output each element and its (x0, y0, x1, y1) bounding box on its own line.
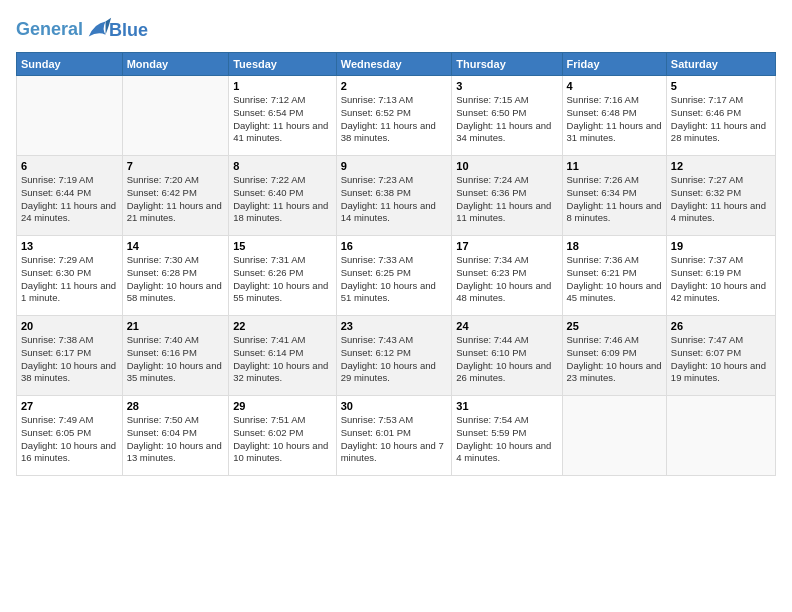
day-number: 24 (456, 320, 557, 332)
calendar-cell: 22Sunrise: 7:41 AMSunset: 6:14 PMDayligh… (229, 316, 337, 396)
day-number: 18 (567, 240, 662, 252)
weekday-header-thursday: Thursday (452, 53, 562, 76)
day-info: Sunrise: 7:16 AMSunset: 6:48 PMDaylight:… (567, 94, 662, 145)
calendar-cell: 25Sunrise: 7:46 AMSunset: 6:09 PMDayligh… (562, 316, 666, 396)
calendar-cell: 21Sunrise: 7:40 AMSunset: 6:16 PMDayligh… (122, 316, 229, 396)
day-number: 29 (233, 400, 332, 412)
calendar-cell: 19Sunrise: 7:37 AMSunset: 6:19 PMDayligh… (666, 236, 775, 316)
calendar-cell (17, 76, 123, 156)
day-info: Sunrise: 7:22 AMSunset: 6:40 PMDaylight:… (233, 174, 332, 225)
day-number: 12 (671, 160, 771, 172)
calendar-cell: 6Sunrise: 7:19 AMSunset: 6:44 PMDaylight… (17, 156, 123, 236)
day-number: 6 (21, 160, 118, 172)
weekday-header-row: SundayMondayTuesdayWednesdayThursdayFrid… (17, 53, 776, 76)
weekday-header-monday: Monday (122, 53, 229, 76)
calendar-cell: 29Sunrise: 7:51 AMSunset: 6:02 PMDayligh… (229, 396, 337, 476)
weekday-header-tuesday: Tuesday (229, 53, 337, 76)
day-number: 5 (671, 80, 771, 92)
calendar-cell: 10Sunrise: 7:24 AMSunset: 6:36 PMDayligh… (452, 156, 562, 236)
day-number: 7 (127, 160, 225, 172)
day-info: Sunrise: 7:46 AMSunset: 6:09 PMDaylight:… (567, 334, 662, 385)
day-number: 19 (671, 240, 771, 252)
logo-text: General (16, 16, 113, 44)
calendar-cell: 20Sunrise: 7:38 AMSunset: 6:17 PMDayligh… (17, 316, 123, 396)
day-info: Sunrise: 7:13 AMSunset: 6:52 PMDaylight:… (341, 94, 448, 145)
day-info: Sunrise: 7:40 AMSunset: 6:16 PMDaylight:… (127, 334, 225, 385)
day-info: Sunrise: 7:30 AMSunset: 6:28 PMDaylight:… (127, 254, 225, 305)
day-info: Sunrise: 7:50 AMSunset: 6:04 PMDaylight:… (127, 414, 225, 465)
day-info: Sunrise: 7:33 AMSunset: 6:25 PMDaylight:… (341, 254, 448, 305)
weekday-header-saturday: Saturday (666, 53, 775, 76)
weekday-header-sunday: Sunday (17, 53, 123, 76)
calendar-cell: 7Sunrise: 7:20 AMSunset: 6:42 PMDaylight… (122, 156, 229, 236)
day-number: 28 (127, 400, 225, 412)
calendar-cell: 31Sunrise: 7:54 AMSunset: 5:59 PMDayligh… (452, 396, 562, 476)
day-info: Sunrise: 7:15 AMSunset: 6:50 PMDaylight:… (456, 94, 557, 145)
day-info: Sunrise: 7:26 AMSunset: 6:34 PMDaylight:… (567, 174, 662, 225)
calendar-cell: 30Sunrise: 7:53 AMSunset: 6:01 PMDayligh… (336, 396, 452, 476)
calendar-cell: 4Sunrise: 7:16 AMSunset: 6:48 PMDaylight… (562, 76, 666, 156)
logo-blue: Blue (109, 20, 148, 41)
day-number: 31 (456, 400, 557, 412)
day-info: Sunrise: 7:51 AMSunset: 6:02 PMDaylight:… (233, 414, 332, 465)
day-info: Sunrise: 7:12 AMSunset: 6:54 PMDaylight:… (233, 94, 332, 145)
calendar-cell: 12Sunrise: 7:27 AMSunset: 6:32 PMDayligh… (666, 156, 775, 236)
calendar-cell: 24Sunrise: 7:44 AMSunset: 6:10 PMDayligh… (452, 316, 562, 396)
day-info: Sunrise: 7:49 AMSunset: 6:05 PMDaylight:… (21, 414, 118, 465)
day-number: 4 (567, 80, 662, 92)
weekday-header-wednesday: Wednesday (336, 53, 452, 76)
calendar-cell: 27Sunrise: 7:49 AMSunset: 6:05 PMDayligh… (17, 396, 123, 476)
week-row-4: 20Sunrise: 7:38 AMSunset: 6:17 PMDayligh… (17, 316, 776, 396)
calendar-cell: 13Sunrise: 7:29 AMSunset: 6:30 PMDayligh… (17, 236, 123, 316)
day-info: Sunrise: 7:38 AMSunset: 6:17 PMDaylight:… (21, 334, 118, 385)
calendar-cell (562, 396, 666, 476)
day-number: 23 (341, 320, 448, 332)
day-info: Sunrise: 7:29 AMSunset: 6:30 PMDaylight:… (21, 254, 118, 305)
calendar-cell: 11Sunrise: 7:26 AMSunset: 6:34 PMDayligh… (562, 156, 666, 236)
calendar-cell: 28Sunrise: 7:50 AMSunset: 6:04 PMDayligh… (122, 396, 229, 476)
calendar-cell: 23Sunrise: 7:43 AMSunset: 6:12 PMDayligh… (336, 316, 452, 396)
day-number: 11 (567, 160, 662, 172)
day-info: Sunrise: 7:34 AMSunset: 6:23 PMDaylight:… (456, 254, 557, 305)
calendar-cell: 8Sunrise: 7:22 AMSunset: 6:40 PMDaylight… (229, 156, 337, 236)
day-number: 27 (21, 400, 118, 412)
week-row-2: 6Sunrise: 7:19 AMSunset: 6:44 PMDaylight… (17, 156, 776, 236)
calendar-cell: 9Sunrise: 7:23 AMSunset: 6:38 PMDaylight… (336, 156, 452, 236)
day-number: 21 (127, 320, 225, 332)
calendar-cell: 26Sunrise: 7:47 AMSunset: 6:07 PMDayligh… (666, 316, 775, 396)
day-number: 16 (341, 240, 448, 252)
day-number: 8 (233, 160, 332, 172)
calendar-cell: 17Sunrise: 7:34 AMSunset: 6:23 PMDayligh… (452, 236, 562, 316)
week-row-3: 13Sunrise: 7:29 AMSunset: 6:30 PMDayligh… (17, 236, 776, 316)
page-container: General Blue SundayMondayTuesdayWednesda… (0, 0, 792, 484)
day-number: 25 (567, 320, 662, 332)
calendar-cell (122, 76, 229, 156)
day-number: 10 (456, 160, 557, 172)
calendar-cell: 14Sunrise: 7:30 AMSunset: 6:28 PMDayligh… (122, 236, 229, 316)
day-info: Sunrise: 7:31 AMSunset: 6:26 PMDaylight:… (233, 254, 332, 305)
calendar-cell: 3Sunrise: 7:15 AMSunset: 6:50 PMDaylight… (452, 76, 562, 156)
day-info: Sunrise: 7:47 AMSunset: 6:07 PMDaylight:… (671, 334, 771, 385)
calendar-cell: 16Sunrise: 7:33 AMSunset: 6:25 PMDayligh… (336, 236, 452, 316)
day-number: 20 (21, 320, 118, 332)
day-info: Sunrise: 7:36 AMSunset: 6:21 PMDaylight:… (567, 254, 662, 305)
day-number: 15 (233, 240, 332, 252)
day-info: Sunrise: 7:43 AMSunset: 6:12 PMDaylight:… (341, 334, 448, 385)
day-number: 2 (341, 80, 448, 92)
day-number: 13 (21, 240, 118, 252)
day-info: Sunrise: 7:19 AMSunset: 6:44 PMDaylight:… (21, 174, 118, 225)
day-info: Sunrise: 7:23 AMSunset: 6:38 PMDaylight:… (341, 174, 448, 225)
day-info: Sunrise: 7:44 AMSunset: 6:10 PMDaylight:… (456, 334, 557, 385)
calendar-table: SundayMondayTuesdayWednesdayThursdayFrid… (16, 52, 776, 476)
calendar-cell: 18Sunrise: 7:36 AMSunset: 6:21 PMDayligh… (562, 236, 666, 316)
day-info: Sunrise: 7:37 AMSunset: 6:19 PMDaylight:… (671, 254, 771, 305)
day-number: 26 (671, 320, 771, 332)
day-number: 22 (233, 320, 332, 332)
day-info: Sunrise: 7:54 AMSunset: 5:59 PMDaylight:… (456, 414, 557, 465)
day-info: Sunrise: 7:41 AMSunset: 6:14 PMDaylight:… (233, 334, 332, 385)
day-number: 30 (341, 400, 448, 412)
day-number: 17 (456, 240, 557, 252)
day-number: 9 (341, 160, 448, 172)
calendar-cell: 2Sunrise: 7:13 AMSunset: 6:52 PMDaylight… (336, 76, 452, 156)
calendar-cell: 1Sunrise: 7:12 AMSunset: 6:54 PMDaylight… (229, 76, 337, 156)
